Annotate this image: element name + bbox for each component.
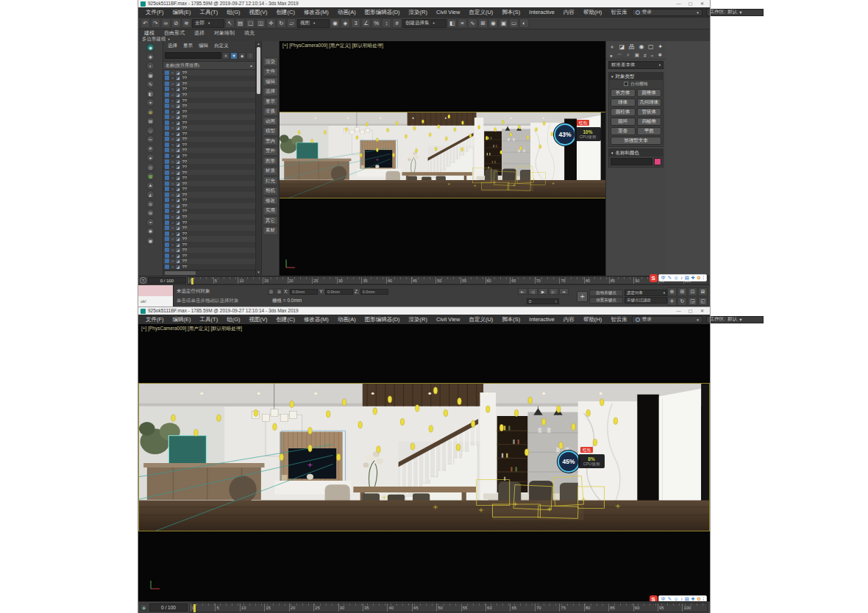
keyboard-icon[interactable]: ▤ [685, 274, 689, 282]
explorer-row[interactable]: ○◪?? [163, 225, 255, 231]
menu-item[interactable]: Civil View [432, 9, 464, 16]
explorer-row[interactable]: ○◪?? [163, 242, 255, 248]
next-frame-button[interactable]: ▷ [549, 288, 558, 295]
object-name-input[interactable] [611, 158, 652, 165]
login-dropdown[interactable]: 登录 ▾ [632, 9, 702, 16]
utilities-tab-icon[interactable]: ✦ [658, 43, 663, 50]
menu-item[interactable]: 自定义(U) [464, 9, 497, 16]
menu-item[interactable]: 脚本(S) [497, 9, 524, 16]
hatch-tool-icon[interactable]: ▩ [146, 172, 154, 180]
motion-tab-icon[interactable]: ◉ [638, 43, 644, 50]
primitive-button[interactable]: 加强型文本 [611, 137, 661, 145]
add-button[interactable]: ＋ [577, 291, 588, 302]
explorer-row[interactable]: ○◪?? [163, 170, 255, 176]
input-mode-icon[interactable]: 中 [661, 274, 666, 282]
selection-lock-icon[interactable]: ⊘ [276, 288, 282, 295]
handwriting-icon[interactable]: ✎ [668, 274, 672, 282]
help-icon[interactable]: ? [140, 277, 146, 284]
checkbox-icon[interactable] [624, 82, 628, 86]
explorer-row[interactable]: ○◪?? [163, 175, 255, 181]
visibility-icon[interactable]: ○ [171, 148, 174, 152]
title-bar[interactable]: 925ok5111BF.max - 1785.59M @ 2019-09-27 … [138, 307, 710, 315]
workspace-dropdown[interactable]: 工作区: 默认 ▾ [706, 9, 764, 16]
angle-snap-icon[interactable]: ∠ [361, 18, 371, 28]
visibility-icon[interactable]: ○ [171, 132, 174, 136]
select-and-link-icon[interactable]: ∞ [161, 18, 171, 28]
snap-tool-icon[interactable]: # [146, 145, 154, 153]
cpu-usage-widget[interactable]: 45% 红包 8% CPU使用 [558, 451, 605, 473]
camera-viewport[interactable]: [+] [PhysCamera009] [用户定义] [默认明暗处理] [280, 41, 605, 276]
hierarchy-tab-icon[interactable]: 品 [629, 43, 635, 51]
render-icon[interactable]: ◐ [519, 18, 529, 28]
menu-item[interactable]: 图形编辑器(D) [360, 316, 405, 323]
strip-button[interactable]: 室内 [263, 137, 278, 146]
mini-track-icon[interactable]: ◈ [140, 604, 147, 611]
explorer-row[interactable]: ○◪?? [163, 192, 255, 198]
login-dropdown[interactable]: 登录 ▾ [632, 316, 702, 323]
primitive-button[interactable]: 四棱锥 [637, 118, 662, 126]
clear-search-icon[interactable]: ✕ [222, 52, 230, 60]
time-slider-thumb[interactable] [191, 278, 193, 284]
explorer-row[interactable]: ○◪?? [163, 198, 255, 204]
isolate-selection-icon[interactable]: ⊙ [268, 288, 274, 295]
emoji-icon[interactable]: ☺ [674, 595, 679, 601]
menu-item[interactable]: 动画(A) [333, 9, 360, 16]
visibility-icon[interactable]: ○ [171, 121, 174, 125]
camera-viewport[interactable]: [+] [PhysCamera009] [用户定义] [默认明暗处理] [138, 324, 710, 601]
strip-button[interactable]: 相机 [263, 187, 278, 196]
burst-tool-icon[interactable]: ✱ [146, 227, 154, 235]
filter-icon[interactable]: ▼ [230, 52, 238, 60]
explorer-row[interactable]: ○◪?? [163, 81, 255, 87]
grid-tool-icon[interactable]: ▦ [146, 71, 154, 79]
search-input[interactable] [165, 52, 221, 59]
menu-item[interactable]: 组(G) [222, 9, 244, 16]
z-coordinate-field[interactable]: 0.0mm [360, 289, 388, 295]
menu-item[interactable]: 工具(T) [196, 316, 223, 323]
key-filters-button[interactable]: 关键点过滤器 [625, 297, 667, 304]
listener-pane[interactable]: ok! [138, 296, 173, 307]
maximize-viewport-icon[interactable]: ◱ [698, 297, 708, 306]
menu-item[interactable]: 图形编辑器(D) [360, 9, 405, 16]
explorer-row[interactable]: ○◪?? [163, 259, 255, 265]
menu-item[interactable]: 创建(C) [272, 316, 299, 323]
ribbon-tab[interactable]: 选择 [190, 29, 209, 36]
light-tool-icon[interactable]: ⊕ [146, 108, 154, 116]
visibility-icon[interactable]: ○ [171, 209, 174, 213]
lock-icon[interactable]: ◆ [238, 52, 246, 60]
rollout-header[interactable]: ▾ 名称和颜色 [609, 149, 663, 157]
visibility-icon[interactable]: ○ [171, 176, 174, 180]
systems-icon[interactable]: ✱ [658, 52, 662, 58]
skin-icon[interactable]: ✿ [697, 274, 700, 282]
modify-tab-icon[interactable]: ◪ [619, 43, 625, 50]
zoom-icon[interactable]: ⊕ [667, 287, 677, 296]
menu-item[interactable]: 编辑(E) [168, 9, 196, 16]
maxscript-mini-listener[interactable]: ok! [138, 285, 174, 307]
menu-item[interactable]: Interactive [524, 316, 559, 323]
visibility-icon[interactable]: ○ [171, 71, 174, 75]
primitive-button[interactable]: 圆柱体 [611, 108, 636, 116]
menu-item[interactable]: 工具(T) [196, 9, 223, 16]
sogou-logo-icon[interactable]: S [650, 595, 658, 602]
menu-item[interactable]: 帮助(H) [579, 316, 606, 323]
explorer-row[interactable]: ○◪?? [163, 164, 255, 170]
edit-named-selection-icon[interactable]: # [392, 18, 402, 28]
visibility-icon[interactable]: ○ [171, 237, 174, 241]
display-tab-icon[interactable]: ▢ [648, 43, 654, 50]
diamond-tool-icon[interactable]: ◇ [146, 126, 154, 135]
close-button[interactable]: ✕ [697, 1, 708, 7]
menu-item[interactable]: 视图(V) [245, 9, 272, 16]
menu-item[interactable]: Interactive [524, 9, 559, 16]
primitive-category-dropdown[interactable]: 标准基本体 ▾ [608, 61, 664, 69]
redo-icon[interactable]: ↷ [151, 18, 160, 28]
menu-item[interactable]: 文件(F) [141, 316, 168, 323]
pan-icon[interactable]: ✛ [667, 297, 677, 306]
x-coordinate-field[interactable]: 0.0mm [290, 289, 318, 295]
visibility-icon[interactable]: ○ [171, 171, 174, 175]
title-bar[interactable]: 925ok5111BF.max - 1785.59M @ 2019-09-27 … [138, 0, 710, 7]
zoom-extents-all-icon[interactable]: ◲ [688, 297, 697, 306]
strip-button[interactable]: 室外 [263, 147, 278, 156]
visibility-icon[interactable]: ○ [171, 265, 174, 269]
toolbox-icon[interactable]: ✚ [691, 274, 694, 282]
maximize-button[interactable]: ▢ [685, 308, 696, 315]
key-selection-dropdown[interactable]: 选定对象 ▾ [625, 290, 667, 296]
